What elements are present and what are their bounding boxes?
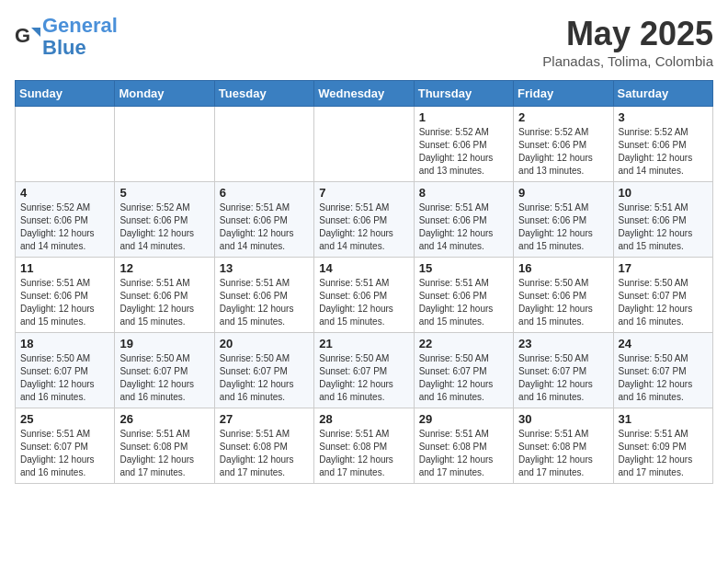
- day-info: Sunrise: 5:50 AM Sunset: 6:07 PM Dayligh…: [419, 352, 508, 404]
- day-number: 30: [518, 412, 608, 426]
- calendar-cell: 3Sunrise: 5:52 AM Sunset: 6:06 PM Daylig…: [613, 107, 712, 182]
- calendar-cell: 26Sunrise: 5:51 AM Sunset: 6:08 PM Dayli…: [115, 408, 214, 484]
- day-number: 21: [319, 337, 408, 350]
- day-info: Sunrise: 5:50 AM Sunset: 6:07 PM Dayligh…: [220, 352, 309, 404]
- calendar-cell: 16Sunrise: 5:50 AM Sunset: 6:06 PM Dayli…: [514, 258, 613, 333]
- day-info: Sunrise: 5:51 AM Sunset: 6:06 PM Dayligh…: [319, 277, 408, 328]
- svg-marker-1: [31, 28, 40, 37]
- header: G General Blue May 2025 Planadas, Tolima…: [15, 15, 713, 69]
- day-info: Sunrise: 5:52 AM Sunset: 6:06 PM Dayligh…: [419, 126, 508, 178]
- day-number: 19: [119, 337, 209, 350]
- day-info: Sunrise: 5:51 AM Sunset: 6:06 PM Dayligh…: [220, 277, 309, 328]
- day-info: Sunrise: 5:51 AM Sunset: 6:06 PM Dayligh…: [419, 277, 508, 328]
- calendar-cell: 7Sunrise: 5:51 AM Sunset: 6:06 PM Daylig…: [314, 182, 414, 258]
- weekday-header: SundayMondayTuesdayWednesdayThursdayFrid…: [16, 81, 713, 107]
- day-info: Sunrise: 5:50 AM Sunset: 6:07 PM Dayligh…: [319, 352, 408, 404]
- day-number: 25: [20, 412, 109, 426]
- day-number: 9: [518, 186, 608, 200]
- day-number: 12: [119, 261, 209, 275]
- day-info: Sunrise: 5:50 AM Sunset: 6:07 PM Dayligh…: [119, 352, 209, 404]
- calendar-cell: 28Sunrise: 5:51 AM Sunset: 6:08 PM Dayli…: [314, 408, 414, 484]
- day-number: 26: [119, 412, 209, 426]
- calendar-cell: [16, 107, 115, 182]
- day-number: 23: [518, 337, 608, 350]
- calendar-cell: 11Sunrise: 5:51 AM Sunset: 6:06 PM Dayli…: [16, 258, 115, 333]
- day-number: 31: [619, 412, 708, 426]
- calendar-cell: 12Sunrise: 5:51 AM Sunset: 6:06 PM Dayli…: [115, 258, 214, 333]
- day-number: 24: [619, 337, 708, 350]
- day-info: Sunrise: 5:50 AM Sunset: 6:06 PM Dayligh…: [518, 277, 608, 328]
- day-info: Sunrise: 5:52 AM Sunset: 6:06 PM Dayligh…: [518, 126, 608, 178]
- day-info: Sunrise: 5:51 AM Sunset: 6:06 PM Dayligh…: [319, 201, 408, 253]
- calendar-cell: 30Sunrise: 5:51 AM Sunset: 6:08 PM Dayli…: [514, 408, 613, 484]
- weekday-friday: Friday: [514, 81, 613, 107]
- day-info: Sunrise: 5:51 AM Sunset: 6:08 PM Dayligh…: [319, 428, 408, 479]
- day-info: Sunrise: 5:50 AM Sunset: 6:07 PM Dayligh…: [518, 352, 608, 404]
- day-info: Sunrise: 5:52 AM Sunset: 6:06 PM Dayligh…: [119, 201, 209, 253]
- title-area: May 2025 Planadas, Tolima, Colombia: [542, 15, 713, 69]
- calendar-cell: 2Sunrise: 5:52 AM Sunset: 6:06 PM Daylig…: [514, 107, 613, 182]
- day-number: 11: [20, 261, 109, 275]
- day-info: Sunrise: 5:51 AM Sunset: 6:06 PM Dayligh…: [119, 277, 209, 328]
- day-info: Sunrise: 5:51 AM Sunset: 6:07 PM Dayligh…: [20, 428, 109, 479]
- calendar-cell: 17Sunrise: 5:50 AM Sunset: 6:07 PM Dayli…: [613, 258, 712, 333]
- day-number: 18: [20, 337, 109, 350]
- day-info: Sunrise: 5:51 AM Sunset: 6:08 PM Dayligh…: [220, 428, 309, 479]
- calendar-cell: 8Sunrise: 5:51 AM Sunset: 6:06 PM Daylig…: [414, 182, 513, 258]
- day-number: 7: [319, 186, 408, 200]
- calendar-cell: 21Sunrise: 5:50 AM Sunset: 6:07 PM Dayli…: [314, 333, 414, 408]
- day-number: 5: [119, 186, 209, 200]
- calendar-cell: 6Sunrise: 5:51 AM Sunset: 6:06 PM Daylig…: [214, 182, 313, 258]
- calendar-cell: 15Sunrise: 5:51 AM Sunset: 6:06 PM Dayli…: [414, 258, 513, 333]
- day-info: Sunrise: 5:51 AM Sunset: 6:06 PM Dayligh…: [619, 201, 708, 253]
- calendar-cell: 9Sunrise: 5:51 AM Sunset: 6:06 PM Daylig…: [514, 182, 613, 258]
- day-number: 1: [419, 110, 508, 124]
- calendar-cell: 25Sunrise: 5:51 AM Sunset: 6:07 PM Dayli…: [16, 408, 115, 484]
- logo-icon: G: [15, 24, 40, 50]
- day-number: 4: [20, 186, 109, 200]
- weekday-wednesday: Wednesday: [314, 81, 414, 107]
- calendar-cell: 10Sunrise: 5:51 AM Sunset: 6:06 PM Dayli…: [613, 182, 712, 258]
- day-number: 20: [220, 337, 309, 350]
- week-row-3: 18Sunrise: 5:50 AM Sunset: 6:07 PM Dayli…: [16, 333, 713, 408]
- calendar-cell: 13Sunrise: 5:51 AM Sunset: 6:06 PM Dayli…: [214, 258, 313, 333]
- day-number: 15: [419, 261, 508, 275]
- day-info: Sunrise: 5:51 AM Sunset: 6:06 PM Dayligh…: [20, 277, 109, 328]
- calendar-cell: 24Sunrise: 5:50 AM Sunset: 6:07 PM Dayli…: [613, 333, 712, 408]
- calendar-cell: [214, 107, 313, 182]
- day-info: Sunrise: 5:51 AM Sunset: 6:09 PM Dayligh…: [619, 428, 708, 479]
- day-number: 27: [220, 412, 309, 426]
- day-number: 2: [518, 110, 608, 124]
- day-info: Sunrise: 5:50 AM Sunset: 6:07 PM Dayligh…: [20, 352, 109, 404]
- day-info: Sunrise: 5:51 AM Sunset: 6:08 PM Dayligh…: [119, 428, 209, 479]
- day-info: Sunrise: 5:52 AM Sunset: 6:06 PM Dayligh…: [20, 201, 109, 253]
- day-number: 8: [419, 186, 508, 200]
- calendar-cell: 19Sunrise: 5:50 AM Sunset: 6:07 PM Dayli…: [115, 333, 214, 408]
- day-number: 29: [419, 412, 508, 426]
- calendar-cell: [314, 107, 414, 182]
- week-row-4: 25Sunrise: 5:51 AM Sunset: 6:07 PM Dayli…: [16, 408, 713, 484]
- calendar-cell: 14Sunrise: 5:51 AM Sunset: 6:06 PM Dayli…: [314, 258, 414, 333]
- calendar-table: SundayMondayTuesdayWednesdayThursdayFrid…: [15, 80, 713, 484]
- day-info: Sunrise: 5:50 AM Sunset: 6:07 PM Dayligh…: [619, 277, 708, 328]
- weekday-tuesday: Tuesday: [214, 81, 313, 107]
- day-number: 10: [619, 186, 708, 200]
- week-row-1: 4Sunrise: 5:52 AM Sunset: 6:06 PM Daylig…: [16, 182, 713, 258]
- weekday-sunday: Sunday: [16, 81, 115, 107]
- weekday-saturday: Saturday: [613, 81, 712, 107]
- day-info: Sunrise: 5:51 AM Sunset: 6:08 PM Dayligh…: [419, 428, 508, 479]
- day-number: 14: [319, 261, 408, 275]
- calendar-cell: 20Sunrise: 5:50 AM Sunset: 6:07 PM Dayli…: [214, 333, 313, 408]
- calendar-cell: 23Sunrise: 5:50 AM Sunset: 6:07 PM Dayli…: [514, 333, 613, 408]
- weekday-thursday: Thursday: [414, 81, 513, 107]
- calendar-cell: 18Sunrise: 5:50 AM Sunset: 6:07 PM Dayli…: [16, 333, 115, 408]
- logo-line1: General: [42, 14, 118, 37]
- day-number: 17: [619, 261, 708, 275]
- calendar-cell: [115, 107, 214, 182]
- calendar-cell: 22Sunrise: 5:50 AM Sunset: 6:07 PM Dayli…: [414, 333, 513, 408]
- week-row-0: 1Sunrise: 5:52 AM Sunset: 6:06 PM Daylig…: [16, 107, 713, 182]
- day-number: 6: [220, 186, 309, 200]
- calendar-cell: 5Sunrise: 5:52 AM Sunset: 6:06 PM Daylig…: [115, 182, 214, 258]
- day-number: 22: [419, 337, 508, 350]
- day-number: 28: [319, 412, 408, 426]
